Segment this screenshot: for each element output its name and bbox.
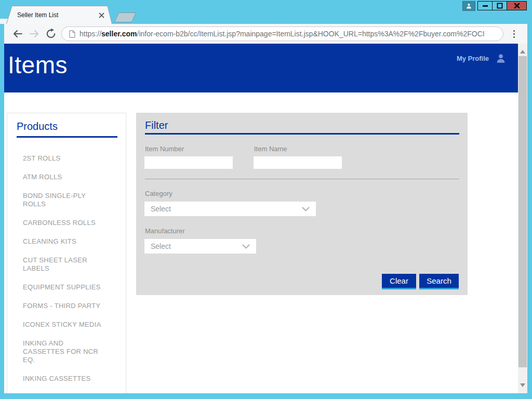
tab-title: Seller Item List — [17, 11, 99, 19]
titlebar-user-icon[interactable] — [462, 1, 475, 11]
manufacturer-selected-value: Select — [151, 242, 171, 250]
url-domain: seller.com — [101, 30, 137, 38]
titlebar: Seller Item List — [0, 0, 532, 24]
sidebar-item[interactable]: EQUIPMENT SUPPLIES — [23, 283, 105, 291]
maximize-button[interactable] — [492, 1, 507, 10]
menu-kebab-icon[interactable] — [509, 30, 519, 38]
item-number-input[interactable] — [144, 156, 233, 169]
item-number-label: Item Number — [145, 145, 184, 153]
address-bar[interactable]: https://seller.com/infor-ecom-b2b/cc/Ite… — [61, 26, 503, 41]
page-title: Items — [8, 51, 68, 79]
manufacturer-label: Manufacturer — [145, 227, 185, 235]
filter-heading-rule — [145, 133, 459, 135]
url-scheme: https:// — [79, 30, 101, 38]
product-category-list: 2ST ROLLS ATM ROLLS BOND SINGLE-PLY ROLL… — [23, 154, 126, 393]
new-tab-button[interactable] — [114, 12, 137, 22]
filter-heading: Filter — [145, 119, 168, 131]
filter-panel: Filter Item Number Item Name Category Se… — [136, 113, 468, 295]
page-document-icon — [69, 30, 75, 38]
clear-button[interactable]: Clear — [382, 274, 416, 289]
close-button[interactable] — [507, 1, 527, 10]
browser-toolbar: https://seller.com/infor-ecom-b2b/cc/Ite… — [4, 24, 527, 44]
sidebar-heading-rule — [17, 136, 117, 138]
browser-window: Seller Item List — [0, 0, 532, 399]
tab-close-icon[interactable] — [99, 12, 104, 18]
filter-divider — [145, 179, 459, 179]
minimize-button[interactable] — [477, 1, 493, 10]
window-controls — [462, 1, 527, 11]
sidebar-item[interactable]: ATM ROLLS — [23, 173, 105, 181]
products-sidebar: Products 2ST ROLLS ATM ROLLS BOND SINGLE… — [7, 113, 126, 393]
scrollbar-thumb[interactable] — [518, 56, 527, 367]
browser-tab[interactable]: Seller Item List — [6, 6, 112, 24]
category-label: Category — [145, 190, 172, 197]
my-profile-link[interactable]: My Profile — [457, 48, 507, 69]
sidebar-item[interactable]: CLEANING KITS — [23, 237, 105, 246]
manufacturer-select[interactable]: Select — [144, 239, 256, 254]
sidebar-item[interactable]: CARBONLESS ROLLS — [23, 219, 105, 227]
sidebar-item[interactable]: CUT SHEET LASER LABELS — [23, 256, 105, 273]
scroll-up-icon[interactable] — [520, 50, 525, 54]
url-text: https://seller.com/infor-ecom-b2b/cc/Ite… — [79, 30, 485, 38]
back-icon[interactable] — [10, 29, 25, 38]
category-selected-value: Select — [151, 205, 171, 213]
scroll-down-icon[interactable] — [520, 383, 525, 387]
app-header: Items My Profile — [4, 44, 518, 92]
item-name-input[interactable] — [254, 156, 342, 169]
profile-person-icon — [495, 52, 507, 64]
chevron-down-icon — [242, 244, 250, 249]
filter-buttons: Clear Search — [382, 274, 459, 289]
category-select[interactable]: Select — [144, 202, 316, 216]
sidebar-heading: Products — [17, 121, 117, 132]
sidebar-item[interactable]: BOND SINGLE-PLY ROLLS — [23, 192, 105, 208]
item-name-label: Item Name — [254, 145, 287, 153]
sidebar-item[interactable]: INKING CASSETTES — [23, 375, 105, 383]
sidebar-item[interactable]: 2ST ROLLS — [23, 154, 105, 163]
sidebar-item[interactable]: FORMS - THIRD PARTY — [23, 302, 105, 310]
search-button[interactable]: Search — [419, 274, 459, 289]
reload-icon[interactable] — [44, 29, 58, 39]
sidebar-item[interactable]: ICONEX STICKY MEDIA — [23, 321, 105, 329]
page-content: Items My Profile Products 2ST ROLLS ATM … — [4, 44, 518, 393]
sidebar-item[interactable]: INKING AND CASSETTES FOR NCR EQ. — [23, 339, 105, 364]
chevron-down-icon — [302, 207, 310, 211]
vertical-scrollbar[interactable] — [518, 44, 527, 393]
my-profile-label: My Profile — [457, 55, 489, 62]
url-path: /infor-ecom-b2b/cc/ItemList.jsp?mainpage… — [137, 30, 485, 38]
forward-icon[interactable] — [27, 29, 42, 38]
